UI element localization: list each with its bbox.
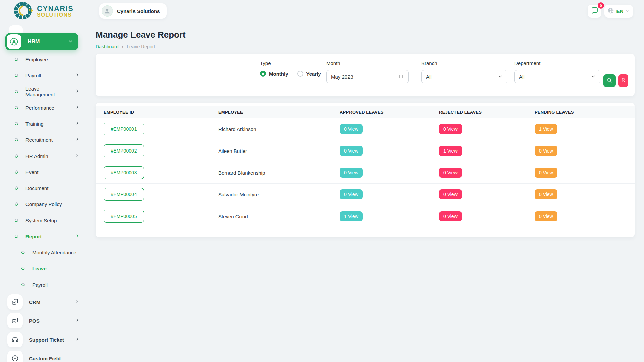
table-row: #EMP00005 Steven Good 1 View 0 View 0 Vi… [96,205,635,227]
bullet-icon [14,202,19,206]
rejected-view-badge[interactable]: 0 View [439,211,462,221]
employee-name: Bernard Blankenship [218,170,340,176]
approved-view-badge[interactable]: 1 View [340,211,363,221]
reset-button[interactable] [618,74,628,87]
sidebar-item-performance[interactable]: Performance [0,100,86,116]
pending-view-badge[interactable]: 0 View [535,211,557,221]
headset-icon [7,332,23,347]
bullet-icon [21,266,25,271]
sidebar-item-event[interactable]: Event [0,164,86,180]
approved-view-badge[interactable]: 0 View [340,168,363,178]
sidebar-item-document[interactable]: Document [0,180,86,196]
approved-view-badge[interactable]: 0 View [340,189,363,199]
sidebar-item-company-policy[interactable]: Company Policy [0,196,86,212]
col-employee-id: EMPLOYEE ID [104,110,218,115]
module-button-hrm[interactable]: HRM [5,33,78,50]
sidebar-item-hr-admin[interactable]: HR Admin [0,148,86,164]
sidebar-subitem-monthly-attendance[interactable]: Monthly Attendance [0,244,86,260]
col-employee: EMPLOYEE [218,110,340,115]
pending-view-badge[interactable]: 0 View [535,189,557,199]
file-slash-icon [621,78,626,84]
department-label: Department [514,60,600,66]
company-selector[interactable]: Cynaris Solutions [99,3,167,19]
radio-yearly[interactable]: Yearly [297,71,321,77]
hrm-user-focus-icon [7,34,21,49]
company-name: Cynaris Solutions [117,8,160,14]
windows-stack-icon [7,294,23,310]
employee-id-button[interactable]: #EMP00005 [104,210,144,223]
logo-icon [13,1,34,22]
sidebar-module-crm[interactable]: CRM [0,293,86,311]
sidebar-subitem-payroll[interactable]: Payroll [0,277,86,293]
chevron-right-icon [75,137,79,143]
bullet-icon [14,121,19,126]
sidebar-item-payroll[interactable]: Payroll [0,67,86,83]
globe-icon [607,7,614,15]
type-filter-group: Type Monthly Yearly [260,60,321,77]
logo-text-line2: SOLUTIONS [37,12,74,18]
pending-view-badge[interactable]: 0 View [535,168,557,178]
pending-view-badge[interactable]: 1 View [535,124,557,134]
rejected-view-badge[interactable]: 0 View [439,124,462,134]
chevron-down-icon [68,39,73,45]
bullet-icon [14,170,19,174]
sidebar-item-recruitment[interactable]: Recruitment [0,132,86,148]
company-avatar [102,5,113,17]
chevron-right-icon [75,318,79,324]
sidebar-module-pos[interactable]: POS [0,311,86,330]
bullet-icon [14,105,19,110]
sidebar-item-training[interactable]: Training [0,116,86,132]
app-logo[interactable]: CYNARIS SOLUTIONS [13,1,74,22]
sidebar-module-custom-field[interactable]: Custom Field [0,349,86,362]
rejected-view-badge[interactable]: 0 View [439,168,462,178]
rejected-view-badge[interactable]: 1 View [439,146,462,156]
language-selector[interactable]: EN [604,5,633,18]
approved-view-badge[interactable]: 0 View [340,146,363,156]
sidebar-subitem-leave[interactable]: Leave [0,260,86,277]
search-icon [607,77,612,84]
chevron-right-icon [75,153,79,159]
breadcrumb: Dashboard › Leave Report [96,44,155,49]
messages-button[interactable]: 0 [588,5,601,18]
radio-monthly[interactable]: Monthly [260,71,288,77]
month-input[interactable]: May 2023 [326,70,409,83]
bullet-icon [21,250,25,255]
employee-id-button[interactable]: #EMP00004 [104,188,144,201]
col-approved-leaves: APPROVED LEAVES [340,110,439,115]
bullet-icon [14,186,19,190]
filter-card: Type Monthly Yearly Month May 2023 [96,54,635,96]
bullet-icon [14,234,19,239]
sidebar-item-system-setup[interactable]: System Setup [0,212,86,228]
branch-select[interactable]: All [421,70,507,83]
department-select[interactable]: All [514,70,600,83]
employee-name: Richard Atkinson [218,126,340,132]
windows-stack-icon [7,313,23,328]
employee-id-button[interactable]: #EMP00003 [104,166,144,179]
breadcrumb-current: Leave Report [127,44,155,49]
bullet-icon [21,282,25,287]
chevron-right-icon [75,88,79,95]
search-button[interactable] [603,74,616,87]
language-code: EN [616,8,624,14]
bullet-icon [14,73,19,78]
radio-selected-icon [260,71,266,77]
col-pending-leaves: PENDING LEAVES [535,110,635,115]
bullet-icon [14,57,19,62]
sidebar-item-report[interactable]: Report [0,228,86,244]
chat-badge: 0 [598,2,604,9]
rejected-view-badge[interactable]: 0 View [439,189,462,199]
sidebar-item-leave-management[interactable]: Leave Management [0,83,86,100]
page-title: Manage Leave Report [96,29,186,40]
bullet-icon [14,154,19,158]
approved-view-badge[interactable]: 0 View [340,124,363,134]
pending-view-badge[interactable]: 0 View [535,146,557,156]
logo-text-line1: CYNARIS [37,5,74,12]
employee-id-button[interactable]: #EMP00001 [104,123,144,135]
sidebar-item-employee[interactable]: Employee [0,51,86,67]
breadcrumb-dashboard-link[interactable]: Dashboard [96,44,119,49]
screen: CYNARIS SOLUTIONS Cynaris Solutions 0 [0,0,644,362]
sidebar-module-support-ticket[interactable]: Support Ticket [0,330,86,349]
employee-id-button[interactable]: #EMP00002 [104,144,144,157]
calendar-icon [398,74,404,80]
chevron-right-icon [75,72,79,78]
